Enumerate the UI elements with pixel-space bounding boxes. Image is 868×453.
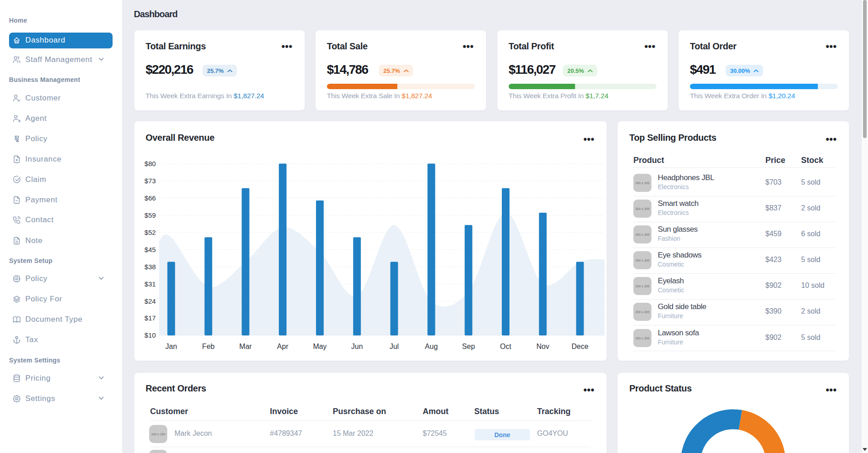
svg-text:$31: $31	[145, 280, 156, 288]
svg-text:Nov: Nov	[536, 343, 549, 350]
svg-text:$52: $52	[145, 229, 156, 236]
svg-text:May: May	[313, 343, 326, 350]
svg-text:Mar: Mar	[239, 343, 252, 350]
svg-text:Jan: Jan	[165, 343, 177, 350]
svg-text:$73: $73	[145, 177, 156, 185]
svg-text:$17: $17	[145, 314, 156, 322]
svg-text:Jul: Jul	[390, 343, 399, 350]
svg-text:$10: $10	[145, 331, 156, 339]
svg-text:Jun: Jun	[351, 343, 363, 350]
svg-text:Aug: Aug	[425, 343, 438, 350]
svg-text:$80: $80	[145, 160, 156, 167]
svg-text:$24: $24	[145, 297, 156, 305]
svg-text:$45: $45	[145, 246, 156, 253]
svg-text:Oct: Oct	[500, 343, 511, 350]
svg-text:Dece: Dece	[571, 343, 588, 350]
svg-text:Sep: Sep	[462, 343, 475, 350]
svg-text:Feb: Feb	[202, 343, 215, 350]
svg-text:$66: $66	[145, 194, 156, 202]
svg-text:Apr: Apr	[277, 343, 289, 350]
svg-text:$38: $38	[145, 263, 156, 271]
svg-text:$59: $59	[145, 211, 156, 219]
